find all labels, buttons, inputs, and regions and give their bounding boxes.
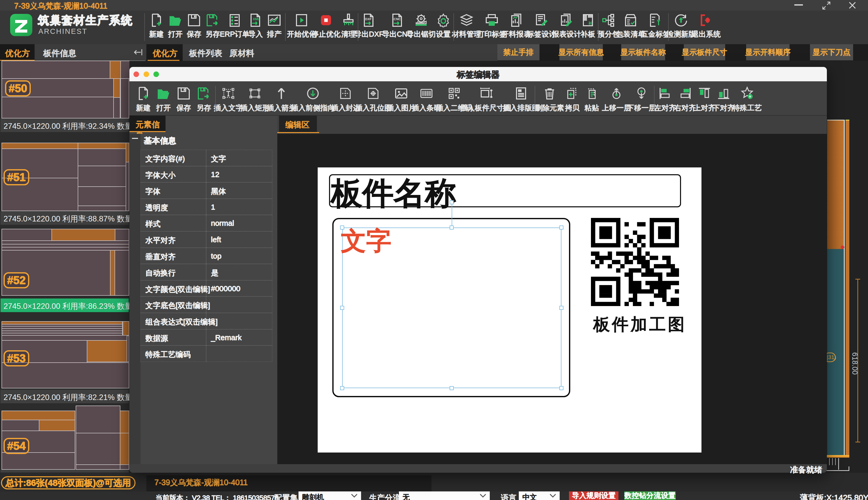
svg-text:DXF: DXF xyxy=(365,17,372,21)
